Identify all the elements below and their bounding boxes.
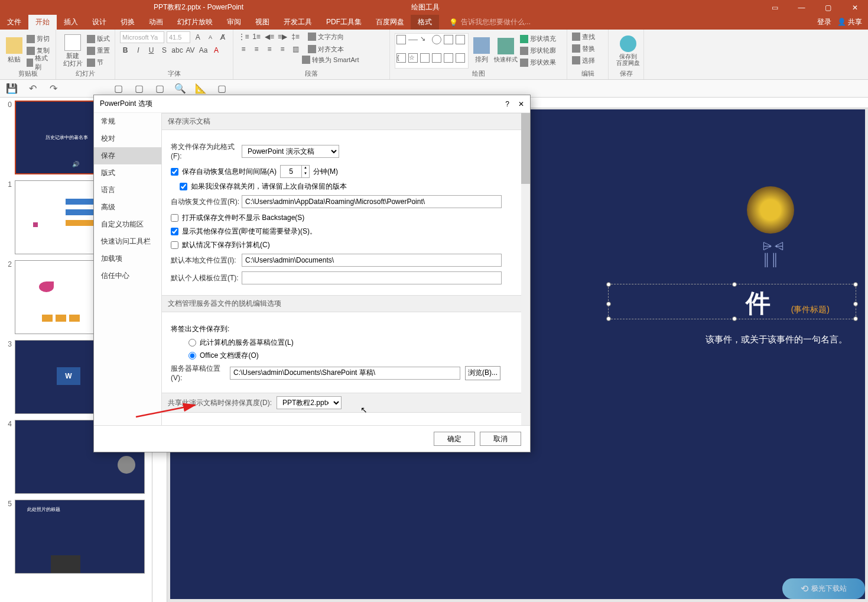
shape-line-icon[interactable] [408,40,418,49]
shape-brace-icon[interactable]: { [396,53,406,63]
tab-file[interactable]: 文件 [0,15,28,30]
avatar-image[interactable] [747,186,794,234]
login-link[interactable]: 登录 [817,17,831,27]
nav-qat[interactable]: 快速访问工具栏 [94,233,161,250]
nav-language[interactable]: 语言 [94,182,161,199]
shape-fill-button[interactable]: 形状填充 [520,34,556,44]
ok-button[interactable]: 确定 [434,432,475,446]
close-window-button[interactable]: ✕ [841,0,868,15]
tab-animations[interactable]: 动画 [142,15,170,30]
italic-button[interactable]: I [133,45,144,56]
qat-icon-4[interactable]: 🔍 [174,83,186,95]
shape-callout-icon[interactable] [444,53,453,63]
tab-home[interactable]: 开始 [28,15,57,30]
nav-general[interactable]: 常规 [94,113,161,130]
autorecover-loc-input[interactable] [242,195,502,208]
align-center-button[interactable]: ≡ [251,44,262,54]
nav-save[interactable]: 保存 [94,147,161,164]
redo-icon[interactable]: ↷ [47,83,59,95]
resize-handle-icon[interactable] [606,282,611,287]
qat-icon-2[interactable]: ▢ [133,83,145,95]
smartart-button[interactable]: 转换为 SmartArt [302,54,359,65]
keep-last-checkbox[interactable] [180,183,187,190]
resize-handle-icon[interactable] [606,316,611,321]
save-to-baidu-button[interactable]: 保存到 百度网盘 [613,31,643,70]
shape-triangle-icon[interactable] [444,35,453,44]
align-text-button[interactable]: 对齐文本 [308,44,344,54]
font-color-button[interactable]: A [211,45,222,56]
quick-styles-button[interactable]: 快速样式 [494,31,518,70]
tab-slideshow[interactable]: 幻灯片放映 [170,15,220,30]
bullets-button[interactable]: ⋮≡ [238,31,249,42]
template-loc-input[interactable] [242,271,502,284]
shape-more-icon[interactable] [456,35,465,44]
tab-review[interactable]: 审阅 [220,15,248,30]
slide-title-text[interactable]: 件 [746,287,771,320]
shape-rect-icon[interactable] [396,35,406,44]
drafts-loc-input[interactable] [230,367,460,380]
resize-handle-icon[interactable] [853,302,858,306]
qat-icon-1[interactable]: ▢ [112,83,124,95]
qat-icon-6[interactable]: ▢ [216,83,227,95]
shrink-font-button[interactable]: A [205,32,215,43]
share-button[interactable]: 👤 共享 [837,17,862,27]
auto-recover-interval[interactable]: ▲▼ [280,165,310,178]
align-right-button[interactable]: ≡ [264,44,275,54]
nav-addins[interactable]: 加载项 [94,250,161,267]
case-button[interactable]: Aa [198,45,209,56]
nav-advanced[interactable]: 高级 [94,199,161,216]
save-to-computer-checkbox[interactable] [171,241,178,249]
save-format-select[interactable]: PowerPoint 演示文稿 [242,145,339,158]
shape-action-icon[interactable] [456,53,465,63]
font-size-combo[interactable] [167,31,190,43]
nav-layout[interactable]: 版式 [94,164,161,182]
spacing-button[interactable]: AV [185,45,196,56]
nav-customize-ribbon[interactable]: 自定义功能区 [94,216,161,233]
slide-subtitle[interactable]: (事件标题) [791,305,830,315]
auto-recover-checkbox[interactable] [171,168,178,176]
maximize-button[interactable]: ▢ [815,0,841,15]
help-button[interactable]: ? [505,100,509,108]
shapes-gallery[interactable]: ↘ { ☆ [395,33,469,69]
clear-format-button[interactable]: A̸ [218,32,228,43]
nav-proofing[interactable]: 校对 [94,130,161,147]
font-name-combo[interactable] [120,31,164,43]
resize-handle-icon[interactable] [732,316,737,321]
reset-button[interactable]: 重置 [87,46,110,56]
strikethrough-button[interactable]: S [159,45,170,56]
local-loc-input[interactable] [242,254,502,267]
shape-connector-icon[interactable] [420,53,430,63]
undo-icon[interactable]: ↶ [27,83,38,95]
shape-star-icon[interactable]: ☆ [408,53,418,63]
increase-indent-button[interactable]: ≡▶ [277,31,288,42]
new-slide-button[interactable]: 新建 幻灯片 [61,31,84,70]
slide-thumb-5[interactable]: 此处照片的标题 [15,500,145,574]
columns-button[interactable]: ▥ [290,44,301,54]
resize-handle-icon[interactable] [732,282,737,287]
bold-button[interactable]: B [120,45,131,56]
qat-icon-3[interactable]: ▢ [154,83,165,95]
scrollbar[interactable] [521,113,530,425]
layout-button[interactable]: 版式 [87,34,110,44]
nav-trust[interactable]: 信任中心 [94,267,161,284]
qat-icon-5[interactable]: 📐 [195,83,207,95]
underline-button[interactable]: U [146,45,157,56]
tab-insert[interactable]: 插入 [57,15,85,30]
tab-format[interactable]: 格式 [411,15,439,30]
browse-button[interactable]: 浏览(B)... [465,366,500,380]
tab-developer[interactable]: 开发工具 [277,15,319,30]
find-button[interactable]: 查找 [572,31,603,42]
shape-effects-button[interactable]: 形状效果 [520,57,556,68]
office-cache-radio[interactable] [188,352,196,360]
resize-handle-icon[interactable] [853,316,858,321]
scrollbar-thumb[interactable] [521,113,530,184]
select-button[interactable]: 选择 [572,55,603,66]
section-button[interactable]: 节 [87,57,110,68]
shape-arrow-icon[interactable]: ↘ [420,35,430,44]
fidelity-file-select[interactable]: PPT教程2.pptx [277,396,342,409]
spinner-up-icon[interactable]: ▲ [301,166,309,171]
slide-body-text[interactable]: 该事件，或关于该事件的一句名言。 [706,334,847,345]
tab-baidu[interactable]: 百度网盘 [369,15,411,30]
decrease-indent-button[interactable]: ◀≡ [264,31,275,42]
replace-button[interactable]: 替换 [572,43,603,54]
